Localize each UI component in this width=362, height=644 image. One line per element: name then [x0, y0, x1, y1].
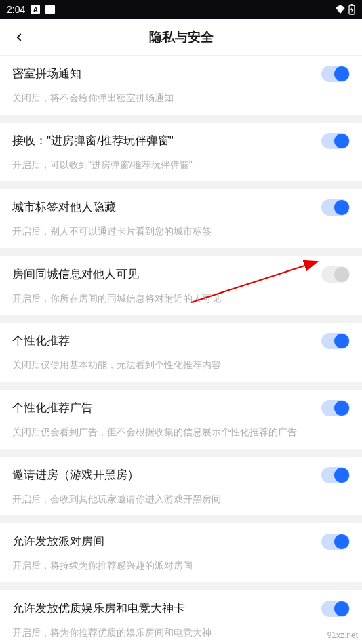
chevron-left-icon	[13, 31, 25, 43]
setting-title: 房间同城信息对他人可见	[12, 266, 139, 283]
toggle-knob	[334, 401, 349, 416]
toggle-knob	[334, 200, 349, 215]
status-indicator-square	[45, 5, 55, 14]
battery-icon	[348, 4, 355, 15]
setting-description: 关闭后，将不会给你弹出密室拼场通知	[12, 92, 350, 105]
toggle-knob	[334, 534, 349, 549]
section-divider	[0, 115, 362, 123]
setting-item: 个性化推荐关闭后仅使用基本功能，无法看到个性化推荐内容	[0, 323, 362, 382]
toggle-knob	[334, 468, 349, 483]
section-divider	[0, 515, 362, 523]
header-bar: 隐私与安全	[0, 19, 362, 56]
section-divider	[0, 248, 362, 256]
section-divider	[0, 582, 362, 590]
setting-toggle[interactable]	[321, 601, 350, 617]
setting-description: 关闭后仅使用基本功能，无法看到个性化推荐内容	[12, 359, 350, 372]
section-divider	[0, 315, 362, 323]
status-indicator-a: A	[31, 5, 40, 14]
toggle-knob	[334, 601, 349, 616]
setting-description: 开启后，别人不可以通过卡片看到您的城市标签	[12, 225, 350, 239]
setting-toggle[interactable]	[321, 66, 350, 82]
setting-title: 允许发放优质娱乐房和电竞大神卡	[12, 601, 185, 617]
back-button[interactable]	[8, 26, 30, 48]
setting-toggle[interactable]	[321, 199, 350, 216]
setting-description: 开启后，可以收到"进房弹窗/推荐玩伴弹窗"	[12, 159, 350, 172]
setting-title: 个性化推荐	[12, 333, 70, 349]
setting-toggle[interactable]	[321, 266, 350, 283]
wifi-icon	[335, 5, 346, 14]
setting-item: 个性化推荐广告关闭后仍会看到广告，但不会根据收集的信息展示个性化推荐的广告	[0, 390, 362, 449]
setting-item: 允许发放派对房间开启后，将持续为你推荐感兴趣的派对房间	[0, 523, 362, 582]
setting-title: 密室拼场通知	[12, 66, 81, 82]
setting-toggle[interactable]	[321, 534, 350, 550]
status-time: 2:04	[7, 4, 25, 15]
setting-toggle[interactable]	[321, 133, 350, 149]
setting-description: 开启后，会收到其他玩家邀请你进入游戏开黑房间	[12, 493, 350, 506]
setting-title: 接收："进房弹窗/推荐玩伴弹窗"	[12, 133, 174, 149]
setting-description: 关闭后仍会看到广告，但不会根据收集的信息展示个性化推荐的广告	[12, 426, 350, 439]
setting-title: 城市标签对他人隐藏	[12, 199, 116, 216]
toggle-knob	[334, 267, 349, 282]
setting-title: 允许发放派对房间	[12, 534, 104, 550]
setting-title: 邀请进房（游戏开黑房）	[12, 467, 139, 483]
setting-item: 房间同城信息对他人可见开启后，你所在房间的同城信息将对附近的人可见	[0, 256, 362, 315]
page-title: 隐私与安全	[0, 28, 362, 46]
setting-toggle[interactable]	[321, 333, 350, 349]
toggle-knob	[334, 334, 349, 348]
svg-rect-1	[351, 4, 353, 5]
setting-item: 邀请进房（游戏开黑房）开启后，会收到其他玩家邀请你进入游戏开黑房间	[0, 457, 362, 516]
setting-toggle[interactable]	[321, 400, 350, 416]
section-divider	[0, 382, 362, 390]
status-bar: 2:04 A	[0, 0, 362, 19]
section-divider	[0, 449, 362, 457]
setting-item: 密室拼场通知关闭后，将不会给你弹出密室拼场通知	[0, 56, 362, 115]
setting-toggle[interactable]	[321, 467, 350, 483]
setting-description: 开启后，将为你推荐优质的娱乐房间和电竞大神	[12, 626, 350, 640]
toggle-knob	[334, 66, 349, 81]
section-divider	[0, 181, 362, 189]
setting-description: 开启后，将持续为你推荐感兴趣的派对房间	[12, 559, 350, 573]
setting-item: 允许发放优质娱乐房和电竞大神卡开启后，将为你推荐优质的娱乐房间和电竞大神	[0, 590, 362, 644]
setting-title: 个性化推荐广告	[12, 400, 93, 416]
setting-description: 开启后，你所在房间的同城信息将对附近的人可见	[12, 292, 350, 306]
setting-item: 城市标签对他人隐藏开启后，别人不可以通过卡片看到您的城市标签	[0, 189, 362, 248]
toggle-knob	[334, 134, 349, 148]
setting-item: 接收："进房弹窗/推荐玩伴弹窗"开启后，可以收到"进房弹窗/推荐玩伴弹窗"	[0, 123, 362, 182]
